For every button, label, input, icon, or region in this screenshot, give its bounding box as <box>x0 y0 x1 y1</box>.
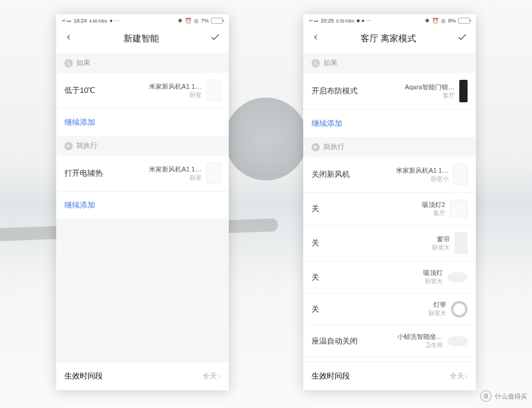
status-bar: ⁴ᴳ ▪▪▪ 19:24 4.80 KB/s ● ⋯ ✱ ⏰ ◎ 7% <box>56 14 229 26</box>
wifi-icon: ◎ <box>441 18 446 24</box>
condition-text: 低于10℃ <box>64 85 95 96</box>
action-row[interactable]: 打开电辅热 米家新风机A1 1… 卧室 <box>56 156 229 192</box>
chevron-right-icon: › <box>218 372 220 380</box>
battery-percent: 7% <box>201 18 209 24</box>
section-if-header: 如果 <box>303 53 476 73</box>
action-room: 卧室小 <box>431 175 449 183</box>
section-if-label: 如果 <box>323 58 338 68</box>
action-room: 卧室大 <box>429 309 446 318</box>
condition-device: Aqara智能门锁… <box>405 83 455 92</box>
action-device: 吸顶灯2 <box>422 200 445 209</box>
action-row[interactable]: 座温自动关闭 小鲸洗智能坐… 卫生间 <box>303 325 476 357</box>
signal-icon: ⁴ᴳ ▪▪▪ <box>309 19 318 23</box>
battery-icon <box>458 18 470 24</box>
device-thumbnail <box>451 301 468 318</box>
watermark-text: 什么值得买 <box>495 392 527 401</box>
bluetooth-icon: ✱ <box>425 18 430 24</box>
back-button[interactable] <box>312 33 320 44</box>
scroll-area[interactable]: 如果 开启布防模式 Aqara智能门锁… 客厅 继续添加 就执行 关闭新风机 <box>303 53 476 361</box>
bottom-value: 全天 <box>203 371 217 381</box>
svg-rect-2 <box>67 64 70 65</box>
svg-rect-6 <box>314 64 317 65</box>
action-row[interactable]: 关 吸顶灯2 客厅 <box>303 193 476 225</box>
section-then-label: 就执行 <box>76 141 98 151</box>
watermark: 值 什么值得买 <box>480 390 527 402</box>
header: 客厅 离家模式 <box>303 26 476 53</box>
device-thumbnail <box>455 232 468 254</box>
condition-text: 开启布防模式 <box>312 86 358 96</box>
svg-marker-3 <box>67 144 70 147</box>
action-device: 小鲸洗智能坐… <box>397 332 443 341</box>
action-room: 卧室 <box>190 174 202 182</box>
section-then-header: 就执行 <box>303 137 476 157</box>
wifi-icon: ◎ <box>194 18 199 24</box>
action-row[interactable]: 关 窗帘 卧室大 <box>303 225 476 261</box>
add-condition-link[interactable]: 继续添加 <box>303 110 476 137</box>
device-thumbnail-lock <box>459 80 468 102</box>
action-text: 关 <box>312 304 319 315</box>
watermark-badge: 值 <box>480 390 492 402</box>
battery-percent: 8% <box>448 18 456 24</box>
confirm-button[interactable] <box>457 32 468 45</box>
add-condition-link[interactable]: 继续添加 <box>56 109 229 136</box>
action-row[interactable]: 关闭新风机 米家新风机A1 1… 卧室小 <box>303 157 476 193</box>
svg-marker-7 <box>314 145 317 148</box>
signal-icon: ⁴ᴳ ▪▪▪ <box>62 19 71 23</box>
page-title: 新建智能 <box>124 33 159 44</box>
section-if-label: 如果 <box>76 58 90 68</box>
svg-rect-1 <box>67 63 70 64</box>
header: 新建智能 <box>56 26 229 53</box>
device-thumbnail <box>447 336 468 346</box>
action-device: 灯带 <box>433 300 446 309</box>
action-row[interactable]: 关 灯带 卧室大 <box>303 293 476 325</box>
chevron-right-icon: › <box>465 372 468 380</box>
arrow-icon <box>64 142 73 150</box>
arrow-icon <box>312 143 320 151</box>
section-then-label: 就执行 <box>323 142 345 152</box>
condition-row[interactable]: 开启布防模式 Aqara智能门锁… 客厅 <box>303 73 476 110</box>
section-if-header: 如果 <box>56 53 229 73</box>
list-icon <box>312 59 320 67</box>
phones-container: ⁴ᴳ ▪▪▪ 19:24 4.80 KB/s ● ⋯ ✱ ⏰ ◎ 7% 新建智能… <box>0 0 532 408</box>
action-text: 打开电辅热 <box>64 168 103 179</box>
effective-time-row[interactable]: 生效时间段 全天› <box>303 361 476 390</box>
status-time: 20:25 <box>320 18 334 24</box>
action-device: 米家新风机A1 1… <box>396 166 449 175</box>
action-row[interactable]: 关 吸顶灯 卧室大 <box>303 261 476 293</box>
condition-room: 卧室 <box>190 91 202 99</box>
status-speed: 0.30 KB/s <box>336 19 354 23</box>
status-bar: ⁴ᴳ ▪▪▪ 20:25 0.30 KB/s ■ ● ⋯ ✱ ⏰ ◎ 8% <box>303 14 476 26</box>
confirm-button[interactable] <box>210 32 220 45</box>
device-thumbnail <box>450 200 468 218</box>
action-room: 卧室大 <box>425 277 443 286</box>
action-room: 卫生间 <box>425 341 443 349</box>
action-device: 吸顶灯 <box>423 268 443 277</box>
device-thumbnail <box>206 163 220 184</box>
status-speed: 4.80 KB/s <box>89 19 107 23</box>
bottom-label: 生效时间段 <box>312 371 350 381</box>
add-action-link[interactable]: 继续添加 <box>56 192 229 219</box>
action-list: 关闭新风机 米家新风机A1 1… 卧室小 关 吸顶灯2 客厅 关 窗帘 卧室大 … <box>303 157 476 357</box>
svg-rect-0 <box>67 61 70 62</box>
action-text: 座温自动关闭 <box>312 336 358 347</box>
bottom-label: 生效时间段 <box>64 371 103 381</box>
svg-rect-5 <box>314 63 317 64</box>
back-button[interactable] <box>64 33 73 44</box>
phone-right: ⁴ᴳ ▪▪▪ 20:25 0.30 KB/s ■ ● ⋯ ✱ ⏰ ◎ 8% 客厅… <box>303 14 476 390</box>
status-app-icons: ■ ● ⋯ <box>356 18 371 24</box>
action-device: 窗帘 <box>437 235 450 244</box>
action-text: 关 <box>312 272 319 283</box>
alarm-icon: ⏰ <box>432 18 439 24</box>
condition-room: 客厅 <box>443 92 455 100</box>
svg-rect-4 <box>314 61 317 62</box>
action-text: 关 <box>312 203 319 214</box>
phone-left: ⁴ᴳ ▪▪▪ 19:24 4.80 KB/s ● ⋯ ✱ ⏰ ◎ 7% 新建智能… <box>56 14 229 390</box>
list-icon <box>64 59 73 67</box>
effective-time-row[interactable]: 生效时间段 全天› <box>56 361 229 390</box>
battery-icon <box>211 18 223 24</box>
scroll-area[interactable]: 如果 低于10℃ 米家新风机A1 1… 卧室 继续添加 就执行 打开电辅热 <box>56 53 229 361</box>
action-text: 关 <box>312 238 319 248</box>
condition-row[interactable]: 低于10℃ 米家新风机A1 1… 卧室 <box>56 73 229 109</box>
bottom-value: 全天 <box>450 371 464 381</box>
status-app-icons: ● ⋯ <box>109 18 119 24</box>
